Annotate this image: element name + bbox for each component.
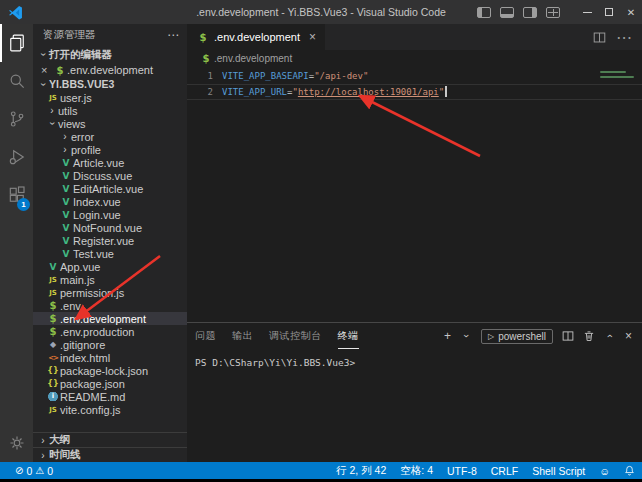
tree-item-error[interactable]: ›error [33, 130, 187, 143]
chevron-collapsed-icon: › [37, 450, 49, 461]
error-count: 0 [26, 465, 32, 477]
run-debug-icon[interactable] [0, 138, 33, 176]
tree-item-.env[interactable]: $.env [33, 299, 187, 312]
tree-item-NotFound.vue[interactable]: VNotFound.vue [33, 221, 187, 234]
tree-item-.gitignore[interactable]: ◆.gitignore [33, 338, 187, 351]
tree-item-Article.vue[interactable]: VArticle.vue [33, 156, 187, 169]
vue-file-icon: V [59, 210, 73, 220]
panel-actions: + › ▷ powershell › × [444, 329, 642, 344]
kill-terminal-trash-icon[interactable] [583, 330, 595, 342]
code-editor[interactable]: 1VITE_APP_BASEAPI="/api-dev" 2VITE_APP_U… [187, 66, 642, 322]
panel-tab-终端[interactable]: 终端 [338, 323, 359, 349]
env-file-icon: $ [53, 65, 67, 76]
tree-item-Index.vue[interactable]: VIndex.vue [33, 195, 187, 208]
more-actions-icon[interactable]: ⋯ [167, 28, 179, 42]
source-control-icon[interactable] [0, 100, 33, 138]
minimap[interactable] [596, 68, 640, 81]
panel-tab-问题[interactable]: 问题 [195, 323, 216, 349]
project-section[interactable]: › YI.BBS.VUE3 [33, 77, 187, 91]
breadcrumb[interactable]: $ .env.development [187, 50, 642, 66]
tree-item-label: .env.development [60, 313, 146, 325]
env-value: "/api-dev" [314, 71, 368, 81]
new-terminal-button[interactable]: + [444, 330, 451, 342]
tree-item-App.vue[interactable]: VApp.vue [33, 260, 187, 273]
shell-selector[interactable]: ▷ powershell [481, 329, 553, 344]
toggle-panel-icon[interactable] [500, 7, 514, 18]
language-mode[interactable]: Shell Script [525, 465, 592, 477]
problems-status[interactable]: ⊘ 0 ⚠ 0 [8, 465, 60, 477]
tree-item-permission.js[interactable]: JSpermission.js [33, 286, 187, 299]
tab-env-development[interactable]: $ .env.development × [187, 24, 326, 50]
tree-item-Register.vue[interactable]: VRegister.vue [33, 234, 187, 247]
maximize-button[interactable] [598, 0, 620, 24]
url-link[interactable]: http://localhost:19001/api [298, 87, 439, 97]
tree-item-Login.vue[interactable]: VLogin.vue [33, 208, 187, 221]
extensions-icon[interactable]: 1 [0, 176, 33, 214]
tree-item-Discuss.vue[interactable]: VDiscuss.vue [33, 169, 187, 182]
close-editor-icon[interactable]: × [41, 64, 53, 76]
chevron-down-icon[interactable]: › [461, 330, 471, 342]
tree-item-.env.development[interactable]: $.env.development [33, 312, 187, 325]
maximize-panel-icon[interactable]: › [605, 330, 615, 342]
split-editor-icon[interactable] [593, 31, 606, 44]
outline-label: 大纲 [49, 433, 70, 447]
settings-gear-icon[interactable] [0, 424, 33, 462]
tree-item-label: error [71, 131, 94, 143]
toggle-sidebar-icon[interactable] [477, 7, 491, 18]
cursor-position[interactable]: 行 2, 列 42 [329, 464, 393, 478]
tree-item-profile[interactable]: ›profile [33, 143, 187, 156]
panel-tab-调试控制台[interactable]: 调试控制台 [269, 323, 322, 349]
tree-item-label: EditArticle.vue [73, 183, 143, 195]
timeline-section[interactable]: › 时间线 [33, 447, 187, 462]
open-editors-label: 打开的编辑器 [49, 48, 112, 62]
warning-icon: ⚠ [35, 465, 44, 476]
tree-item-Test.vue[interactable]: VTest.vue [33, 247, 187, 260]
notifications-bell-icon[interactable] [617, 465, 642, 476]
timeline-label: 时间线 [49, 448, 81, 462]
explorer-icon[interactable] [0, 24, 33, 62]
feedback-smiley-icon[interactable]: ☺ [592, 465, 617, 477]
tree-item-README.md[interactable]: iREADME.md [33, 390, 187, 403]
env-key: VITE_APP_BASEAPI [222, 71, 309, 81]
toggle-secondary-sidebar-icon[interactable] [523, 7, 537, 18]
split-terminal-icon[interactable] [562, 330, 574, 342]
tree-item-label: README.md [60, 391, 125, 403]
close-panel-icon[interactable]: × [625, 330, 632, 342]
tree-item-.env.production[interactable]: $.env.production [33, 325, 187, 338]
indentation-setting[interactable]: 空格: 4 [393, 464, 440, 478]
open-editors-section[interactable]: › 打开的编辑器 [33, 46, 187, 63]
tree-item-utils[interactable]: ›utils [33, 104, 187, 117]
env-key: VITE_APP_URL [222, 87, 287, 97]
code-line-1: 1VITE_APP_BASEAPI="/api-dev" [187, 68, 642, 84]
minimap-line [600, 71, 626, 73]
tree-item-main.js[interactable]: JSmain.js [33, 273, 187, 286]
tab-close-icon[interactable]: × [309, 30, 316, 44]
env-file-icon: $ [196, 32, 210, 43]
maximize-icon [605, 8, 613, 16]
encoding-setting[interactable]: UTF-8 [440, 465, 484, 477]
tree-item-index.html[interactable]: <>index.html [33, 351, 187, 364]
tree-item-EditArticle.vue[interactable]: VEditArticle.vue [33, 182, 187, 195]
customize-layout-icon[interactable] [546, 7, 560, 18]
tree-item-label: Register.vue [73, 235, 134, 247]
tree-item-views[interactable]: ›views [33, 117, 187, 130]
eol-setting[interactable]: CRLF [484, 465, 525, 477]
tree-item-user.js[interactable]: JSuser.js [33, 91, 187, 104]
env-file-icon: $ [46, 300, 60, 311]
tree-item-package.json[interactable]: {}package.json [33, 377, 187, 390]
tree-item-label: Login.vue [73, 209, 121, 221]
close-window-button[interactable]: ✕ [620, 0, 642, 24]
minimize-button[interactable] [576, 0, 598, 24]
search-icon[interactable] [0, 62, 33, 100]
tree-item-vite.config.js[interactable]: JSvite.config.js [33, 403, 187, 416]
terminal-content[interactable]: PS D:\CSharp\Yi\Yi.BBS.Vue3> [187, 349, 642, 462]
editor-group: $ .env.development × ⋯ $ .env.developmen… [187, 24, 642, 462]
panel-tab-输出[interactable]: 输出 [232, 323, 253, 349]
open-editor-item[interactable]: × $ .env.development [33, 63, 187, 77]
window-title: .env.development - Yi.BBS.Vue3 - Visual … [196, 6, 446, 18]
outline-section[interactable]: › 大纲 [33, 432, 187, 447]
chevron-collapsed-icon: › [46, 105, 58, 116]
tree-item-label: index.html [60, 352, 110, 364]
more-actions-icon[interactable]: ⋯ [616, 28, 632, 47]
tree-item-package-lock.json[interactable]: {}package-lock.json [33, 364, 187, 377]
